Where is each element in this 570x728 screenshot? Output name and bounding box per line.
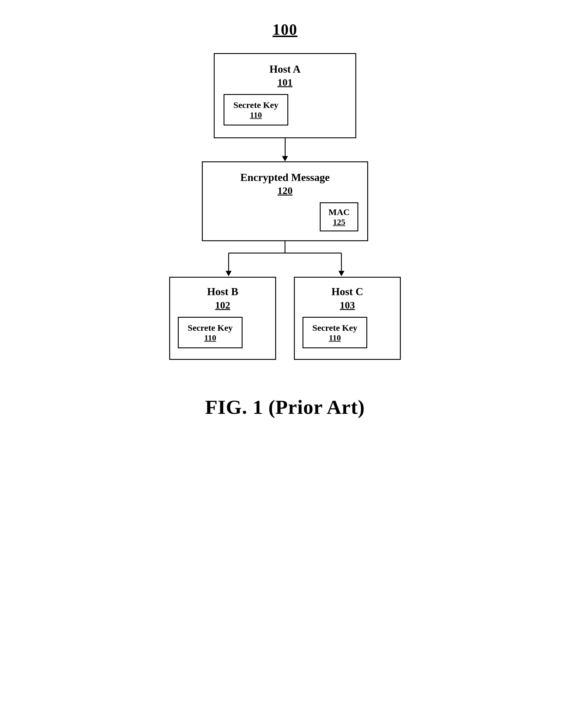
host-c-secret-key-title: Secrete Key bbox=[312, 322, 357, 333]
arrowhead-1 bbox=[282, 156, 288, 161]
host-c-secret-key-number: 110 bbox=[312, 333, 357, 342]
svg-marker-5 bbox=[338, 271, 344, 276]
page-container: 100 Host A 101 Secrete Key 110 Encrypted… bbox=[139, 12, 431, 419]
host-b-secret-key-box: Secrete Key 110 bbox=[178, 317, 243, 348]
host-a-number: 101 bbox=[224, 77, 346, 88]
diagram-container: Host A 101 Secrete Key 110 Encrypted Mes… bbox=[139, 53, 431, 360]
host-a-secret-key-title: Secrete Key bbox=[233, 100, 278, 110]
host-a-secret-key-number: 110 bbox=[233, 110, 278, 120]
host-b-number: 102 bbox=[178, 299, 268, 311]
svg-marker-4 bbox=[226, 271, 232, 276]
host-c-number: 103 bbox=[302, 299, 392, 311]
encrypted-message-box: Encrypted Message 120 MAC 125 bbox=[202, 161, 368, 241]
host-b-box: Host B 102 Secrete Key 110 bbox=[169, 277, 276, 359]
host-a-box: Host A 101 Secrete Key 110 bbox=[214, 53, 356, 138]
host-a-secret-key-box: Secrete Key 110 bbox=[224, 94, 288, 125]
host-c-box: Host C 103 Secrete Key 110 bbox=[294, 277, 401, 359]
host-c-title: Host C bbox=[302, 285, 392, 298]
bottom-row: Host B 102 Secrete Key 110 Host C 103 Se… bbox=[169, 277, 401, 359]
host-b-secret-key-number: 110 bbox=[188, 333, 233, 342]
mac-title: MAC bbox=[328, 207, 350, 217]
mac-box: MAC 125 bbox=[320, 202, 358, 231]
fork-arrows-svg bbox=[181, 241, 389, 277]
encrypted-message-number: 120 bbox=[212, 185, 358, 196]
mac-number: 125 bbox=[328, 217, 350, 227]
host-c-secret-key-box: Secrete Key 110 bbox=[302, 317, 367, 348]
figure-number-top: 100 bbox=[273, 21, 297, 38]
host-b-title: Host B bbox=[178, 285, 268, 298]
figure-caption: FIG. 1 (Prior Art) bbox=[205, 396, 365, 419]
host-b-secret-key-title: Secrete Key bbox=[188, 322, 233, 333]
arrow-host-a-to-encrypted bbox=[282, 138, 288, 161]
fork-arrows-container bbox=[181, 241, 389, 277]
encrypted-message-title: Encrypted Message bbox=[212, 171, 358, 184]
host-a-title: Host A bbox=[224, 63, 346, 76]
arrow-line-1 bbox=[285, 138, 286, 156]
